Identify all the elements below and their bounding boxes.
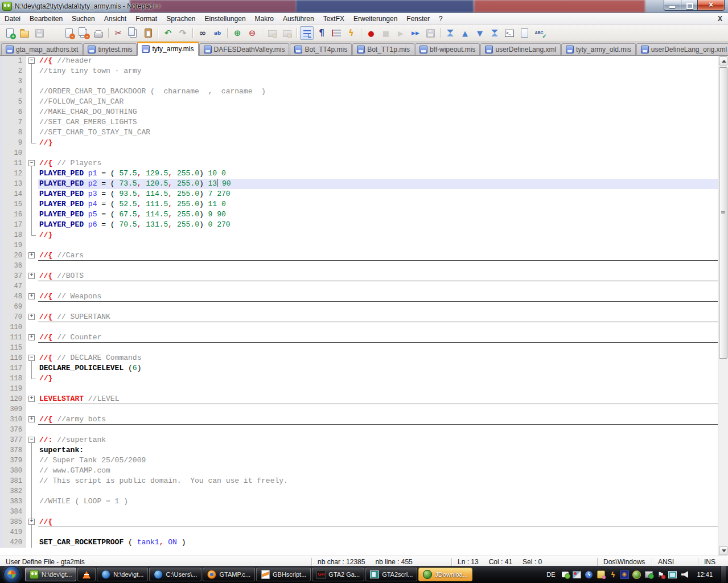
tab-tyty-army-old-mis[interactable]: tyty_army_old.mis — [561, 43, 636, 55]
code-text[interactable]: PLAYER_PED p3 = ( 93.5, 114.5, 255.0) 7 … — [38, 189, 718, 199]
fold-marker-collapsed[interactable]: + — [26, 517, 38, 527]
menu-erweiterungen[interactable]: Erweiterungen — [349, 13, 402, 24]
code-text[interactable]: PLAYER_PED p2 = ( 73.5, 120.5, 255.0) 13… — [38, 179, 718, 189]
find-button[interactable]: ∞ — [196, 26, 209, 40]
cut-button[interactable]: ✂ — [112, 26, 125, 40]
code-text[interactable]: // Super Tank 25/05/2009 — [38, 455, 718, 466]
code-text[interactable]: //MAKE_CHAR_DO_NOTHING — [38, 107, 718, 117]
tab-userdefinelang-xml[interactable]: userDefineLang.xml — [480, 43, 561, 55]
scroll-up-arrow[interactable] — [719, 56, 727, 65]
tab-bff-wipeout-mis[interactable]: bff-wipeout.mis — [415, 43, 480, 55]
run-macro-multiple-button[interactable]: ▶▶ — [409, 26, 422, 40]
action-center-flag-tray-icon[interactable]: ⚑ — [656, 570, 665, 579]
menu-format[interactable]: Format — [131, 13, 162, 24]
tab-tyty-army-mis[interactable]: tyty_army.mis — [137, 42, 198, 56]
fold-marker-expanded[interactable]: − — [26, 158, 38, 169]
minimize-button[interactable] — [664, 0, 681, 11]
maximize-button[interactable] — [681, 0, 697, 11]
code-text[interactable]: PLAYER_PED p5 = ( 67.5, 114.5, 255.0) 9 … — [38, 210, 718, 220]
fold-marker-collapsed[interactable]: + — [26, 414, 38, 425]
code-text[interactable]: //tiny tiny town - army — [38, 66, 718, 76]
code-text[interactable]: LEVELSTART //LEVEL — [38, 394, 718, 404]
scrollbar-thumb[interactable] — [719, 67, 727, 359]
zoom-in-button[interactable]: ⊕ — [231, 26, 244, 40]
taskbar-button-gtamp-c[interactable]: GTAMP.c... — [203, 568, 255, 581]
menu-textfx[interactable]: TextFX — [319, 13, 349, 24]
code-text[interactable] — [38, 322, 718, 332]
code-text[interactable]: // www.GTAMP.com — [38, 466, 718, 476]
menu-datei[interactable]: Datei — [0, 13, 25, 24]
code-text[interactable]: //SET_CHAR_TO_STAY_IN_CAR — [38, 128, 718, 138]
taskbar-clock[interactable]: 12:41 — [692, 571, 717, 578]
tab-gta-map-authors-txt[interactable]: gta_map_authors.txt — [1, 43, 83, 55]
taskbar-button-vlc[interactable] — [77, 568, 96, 581]
menu-sprachen[interactable]: Sprachen — [162, 13, 200, 24]
code-text[interactable] — [38, 76, 718, 87]
code-text[interactable] — [38, 343, 718, 353]
code-text[interactable]: //SET_CAR_EMERG_LIGHTS — [38, 117, 718, 128]
zoom-out-button[interactable]: ⊖ — [245, 26, 259, 40]
scroll-down-arrow[interactable] — [719, 546, 727, 555]
code-text[interactable]: //} — [38, 138, 718, 148]
code-text[interactable]: DECLARE_POLICELEVEL (6) — [38, 363, 718, 373]
code-text[interactable]: //} — [38, 373, 718, 384]
tab-userdefinelang-orig-xml[interactable]: userDefineLang_orig.xml — [636, 43, 728, 55]
fold-marker-expanded[interactable]: − — [26, 56, 38, 66]
fold-marker-collapsed[interactable]: + — [26, 251, 38, 261]
print-button[interactable] — [92, 26, 105, 40]
code-text[interactable] — [38, 281, 718, 292]
code-text[interactable]: //{ — [38, 517, 718, 527]
code-text[interactable]: //{ //Cars — [38, 251, 718, 261]
close-document-x[interactable]: X — [712, 15, 728, 23]
new-file-button[interactable]: + — [3, 26, 17, 40]
code-text[interactable] — [38, 486, 718, 496]
textfx-up-button[interactable]: ▲ — [458, 26, 472, 40]
code-text[interactable] — [38, 404, 718, 414]
menu-help[interactable]: ? — [434, 13, 447, 24]
taskbar-button-n-dev-gt[interactable]: N:\dev\gt... — [25, 568, 76, 581]
code-text[interactable] — [38, 507, 718, 517]
menu-bearbeiten[interactable]: Bearbeiten — [25, 13, 67, 24]
wireless-tray-icon[interactable] — [620, 570, 629, 579]
fold-marker-collapsed[interactable]: + — [26, 332, 38, 343]
taskbar-button-n-dev-gt[interactable]: N:\dev\gt... — [97, 568, 148, 581]
fold-marker-expanded[interactable]: − — [26, 435, 38, 445]
photo-viewer-tray-icon[interactable] — [573, 570, 581, 579]
close-file-button[interactable]: - — [62, 26, 76, 40]
code-text[interactable]: //WHILE ( LOOP = 1 ) — [38, 496, 718, 507]
flash-tray-icon[interactable]: ϟ — [585, 570, 593, 579]
textfx-collapse-button[interactable] — [443, 26, 457, 40]
tab-bot-tt1p-mis[interactable]: Bot_TT1p.mis — [352, 43, 414, 55]
console-button[interactable] — [503, 26, 516, 40]
code-text[interactable] — [38, 148, 718, 158]
code-text[interactable]: //: //supertank — [38, 435, 718, 445]
indent-guide-button[interactable] — [330, 26, 343, 40]
code-text[interactable]: //{ //army bots — [38, 414, 718, 425]
doc-switcher-button[interactable] — [517, 26, 531, 40]
code-text[interactable]: PLAYER_PED p4 = ( 52.5, 111.5, 255.0) 11… — [38, 199, 718, 210]
menu-suchen[interactable]: Suchen — [67, 13, 100, 24]
code-text[interactable]: //} — [38, 230, 718, 240]
word-wrap-button[interactable] — [300, 26, 314, 40]
menu-makro[interactable]: Makro — [250, 13, 278, 24]
code-text[interactable]: //{ // Counter — [38, 332, 718, 343]
taskbar-button-gta2-ga[interactable]: GHGTA2 Ga... — [312, 568, 364, 581]
menu-fenster[interactable]: Fenster — [402, 13, 434, 24]
audio-tray-icon[interactable]: ϟ — [608, 570, 617, 579]
replace-button[interactable]: ab — [211, 26, 224, 40]
code-area[interactable]: 1−//{ //header2//tiny tiny town - army34… — [0, 56, 718, 548]
code-text[interactable] — [38, 261, 718, 271]
tab-dafesdeathvalley-mis[interactable]: DAFESDeathValley.mis — [199, 43, 290, 55]
code-text[interactable]: //{ // Players — [38, 158, 718, 169]
volume-tray-icon[interactable] — [680, 570, 689, 579]
code-text[interactable] — [38, 240, 718, 251]
fold-marker-collapsed[interactable]: + — [26, 292, 38, 302]
code-text[interactable]: //{ // Weapons — [38, 292, 718, 302]
close-button[interactable] — [697, 0, 725, 11]
function-completion-button[interactable]: ϟ — [344, 26, 358, 40]
fold-marker-collapsed[interactable]: + — [26, 271, 38, 281]
code-text[interactable]: SET_CAR_ROCKETPROOF ( tank1, ON ) — [38, 537, 718, 548]
menu-ansicht[interactable]: Ansicht — [100, 13, 131, 24]
copy-button[interactable] — [126, 26, 140, 40]
start-button[interactable] — [3, 566, 20, 583]
